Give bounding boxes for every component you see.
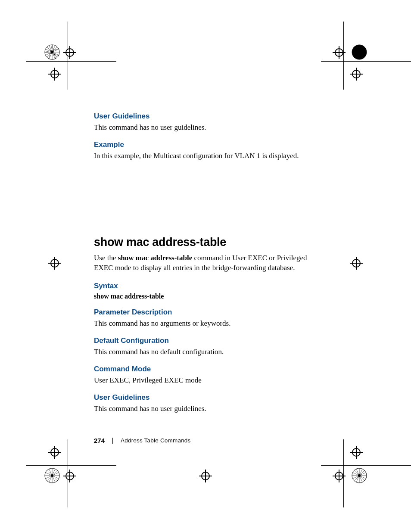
body-text: This command has no user guidelines. [94,123,322,133]
section-heading: Default Configuration [94,336,322,345]
registration-wheel-icon [351,467,367,484]
footer-divider [112,438,113,444]
crosshair-icon [350,257,363,270]
svg-line-97 [356,469,362,482]
svg-line-37 [356,46,362,59]
svg-line-8 [45,49,59,52]
svg-line-12 [49,46,55,59]
registration-wheel-icon [44,44,60,60]
svg-point-81 [352,448,360,456]
example-section: Example In this example, the Multicast c… [94,140,322,161]
svg-line-63 [47,470,57,481]
section-heading: User Guidelines [94,393,322,402]
svg-line-35 [353,49,366,55]
svg-line-7 [45,52,59,56]
svg-line-66 [49,469,55,482]
svg-point-56 [51,448,59,456]
svg-point-0 [45,45,59,59]
crosshair-icon [333,46,346,59]
svg-line-92 [354,470,364,481]
svg-line-95 [353,473,366,479]
command-mode-section: Command Mode User EXEC, Privileged EXEC … [94,365,322,386]
crosshair-icon [48,446,61,459]
section-heading: Command Mode [94,365,322,373]
body-text: This command has no default configuratio… [94,347,322,357]
svg-point-29 [352,45,367,59]
svg-point-13 [51,51,53,53]
crosshair-icon [48,257,61,270]
crosshair-icon [63,470,76,482]
svg-point-41 [352,70,360,78]
command-title: show mac address-table [94,236,322,249]
svg-point-46 [51,259,59,267]
svg-line-64 [46,473,59,479]
svg-point-89 [352,468,367,483]
svg-line-96 [356,469,362,482]
svg-point-26 [335,49,343,56]
svg-point-71 [66,472,74,480]
section-heading: Example [94,140,322,149]
body-text: This command has no user guidelines. [94,404,322,414]
svg-point-16 [66,49,74,56]
page-footer: 274 Address Table Commands [94,437,191,444]
svg-line-5 [52,45,56,59]
svg-line-10 [46,49,59,55]
body-text: This command has no arguments or keyword… [94,319,322,329]
svg-line-33 [354,47,364,57]
parameter-description-section: Parameter Description This command has n… [94,308,322,329]
body-text: User EXEC, Privileged EXEC mode [94,376,322,386]
svg-line-4 [47,47,57,57]
crosshair-icon [48,68,61,81]
section-heading: Syntax [94,282,322,290]
registration-wheel-icon [44,467,60,484]
svg-point-68 [51,474,53,477]
svg-line-34 [353,49,366,55]
svg-line-11 [49,46,55,59]
crosshair-icon [63,46,76,59]
crosshair-icon [350,68,363,81]
svg-point-59 [45,468,59,483]
svg-line-36 [356,46,362,59]
command-intro: Use the show mac address-table command i… [94,253,322,273]
svg-point-76 [202,472,209,480]
intro-bold: show mac address-table [118,254,193,262]
svg-line-6 [49,45,52,59]
chapter-title: Address Table Commands [121,437,190,444]
user-guidelines-section: User Guidelines This command has no user… [94,112,322,133]
crosshair-icon [350,446,363,459]
svg-line-9 [46,49,59,55]
crosshair-icon [333,470,346,482]
user-guidelines-section: User Guidelines This command has no user… [94,393,322,414]
crosshair-icon [199,470,212,482]
svg-line-93 [354,470,364,481]
svg-line-32 [354,47,364,57]
svg-line-94 [353,473,366,479]
syntax-section: Syntax show mac address-table [94,282,322,300]
section-heading: Parameter Description [94,308,322,317]
svg-point-86 [335,472,343,480]
svg-line-67 [49,469,55,482]
svg-point-98 [358,474,361,477]
intro-text: Use the [94,254,118,262]
page-content: User Guidelines This command has no user… [94,112,322,422]
svg-point-51 [352,259,360,267]
svg-line-65 [46,473,59,479]
syntax-line: show mac address-table [94,292,322,300]
section-heading: User Guidelines [94,112,322,121]
page-number: 274 [94,437,105,444]
svg-line-62 [47,470,57,481]
svg-point-21 [51,70,59,78]
body-text: In this example, the Multicast configura… [94,151,322,161]
default-configuration-section: Default Configuration This command has n… [94,336,322,357]
svg-line-3 [47,47,57,57]
svg-point-38 [352,45,367,59]
registration-wheel-icon [351,44,367,60]
